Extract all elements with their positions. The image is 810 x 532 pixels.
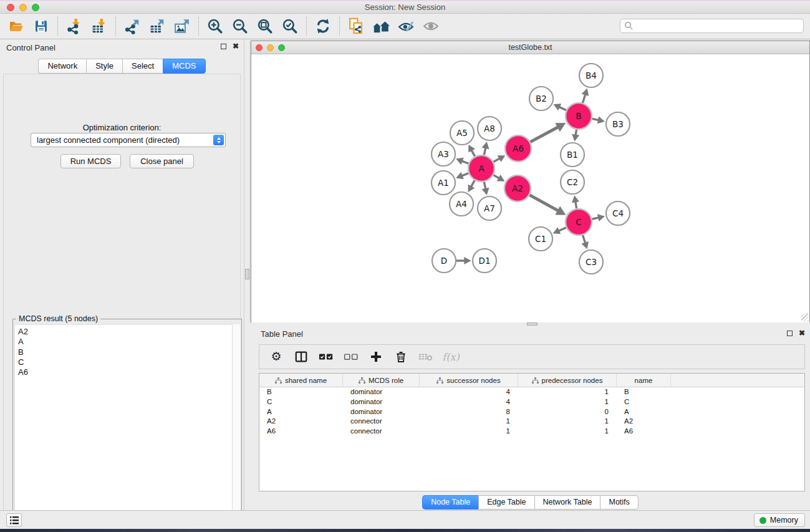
graph-edge-A2-C[interactable] xyxy=(529,195,558,211)
table-cell[interactable]: 0 xyxy=(518,407,617,417)
graph-edge-B-B4[interactable] xyxy=(582,94,585,103)
clone-network-button[interactable] xyxy=(344,16,369,37)
table-cell[interactable]: A xyxy=(617,407,671,417)
table-cell[interactable]: 4 xyxy=(420,397,518,407)
table-cell[interactable]: A2 xyxy=(259,417,343,427)
tab-mcds[interactable]: MCDS xyxy=(163,59,205,74)
table-row[interactable]: Adominator80A xyxy=(259,407,804,417)
table-cell[interactable]: connector xyxy=(343,417,420,427)
table-row[interactable]: Cdominator41C xyxy=(259,397,804,407)
first-neighbors-button[interactable] xyxy=(369,16,393,37)
close-window-button[interactable] xyxy=(7,4,14,11)
table-cell[interactable]: dominator xyxy=(343,397,420,407)
apply-function-button[interactable]: f(x) xyxy=(443,349,459,365)
close-panel-icon[interactable]: ✖ xyxy=(799,330,805,336)
column-header-name[interactable]: name xyxy=(617,374,671,387)
mcds-result-item[interactable]: C xyxy=(15,357,233,367)
graph-edge-A-A5[interactable] xyxy=(471,150,475,157)
mcds-result-item[interactable]: A xyxy=(15,337,233,347)
graph-edge-A-A6[interactable] xyxy=(493,158,499,162)
table-cell[interactable]: A6 xyxy=(259,427,343,437)
column-header-successor-nodes[interactable]: successor nodes xyxy=(420,374,518,387)
select-all-rows-button[interactable] xyxy=(318,349,334,365)
open-session-button[interactable] xyxy=(4,16,29,37)
table-cell[interactable]: A2 xyxy=(617,417,671,427)
graph-edge-A-A2[interactable] xyxy=(493,175,499,178)
table-cell[interactable]: B xyxy=(617,387,671,397)
table-cell[interactable]: dominator xyxy=(343,407,420,417)
table-cell[interactable]: dominator xyxy=(343,387,420,397)
table-cell[interactable]: 1 xyxy=(420,427,518,437)
show-hidden-button[interactable] xyxy=(418,16,443,37)
delete-table-button[interactable] xyxy=(418,349,434,365)
zoom-selected-button[interactable] xyxy=(277,16,302,37)
table-cell[interactable]: 1 xyxy=(518,417,617,427)
zoom-window-button[interactable] xyxy=(32,4,39,11)
table-row[interactable]: Bdominator41B xyxy=(259,387,804,397)
graph-edge-C-C4[interactable] xyxy=(592,218,599,219)
run-mcds-button[interactable]: Run MCDS xyxy=(60,154,121,168)
graph-edge-C-C2[interactable] xyxy=(576,201,577,208)
mcds-result-item[interactable]: A6 xyxy=(15,367,233,377)
table-cell[interactable]: 1 xyxy=(518,387,617,397)
table-cell[interactable]: A xyxy=(259,407,343,417)
graph-edge-A-A3[interactable] xyxy=(462,161,469,163)
splitter-handle[interactable] xyxy=(245,269,249,279)
mcds-result-item[interactable]: B xyxy=(15,347,233,357)
table-cell[interactable]: 1 xyxy=(518,427,617,437)
table-settings-button[interactable]: ⚙ xyxy=(268,349,284,365)
graph-edge-A-A8[interactable] xyxy=(484,148,485,155)
close-panel-icon[interactable]: ✖ xyxy=(233,43,239,49)
mcds-result-item[interactable]: A2 xyxy=(15,327,233,337)
graph-edge-B-B3[interactable] xyxy=(592,118,599,120)
graph-edge-A6-B[interactable] xyxy=(530,127,558,142)
refresh-view-button[interactable] xyxy=(311,16,335,37)
network-canvas[interactable]: B4B2BB3A5A8A6A3B1AA1C2A2A4A7C4CC1DD1C3 xyxy=(251,55,809,322)
column-header-mcds-role[interactable]: MCDS role xyxy=(343,374,420,387)
zoom-fit-button[interactable] xyxy=(253,16,277,37)
float-panel-icon[interactable] xyxy=(787,331,793,336)
export-network-button[interactable] xyxy=(120,16,145,37)
table-cell[interactable]: B xyxy=(259,387,343,397)
splitter-handle[interactable] xyxy=(527,322,538,326)
graph-edge-B-B1[interactable] xyxy=(576,130,576,135)
graph-edge-A-A7[interactable] xyxy=(484,182,485,189)
mcds-list-scrollbar[interactable] xyxy=(232,324,240,532)
tab-select[interactable]: Select xyxy=(122,59,163,74)
tab-network[interactable]: Network xyxy=(38,59,86,74)
export-table-button[interactable] xyxy=(145,16,170,37)
memory-button[interactable]: Memory xyxy=(754,513,805,527)
table-cell[interactable]: C xyxy=(259,397,343,407)
column-header-predecessor-nodes[interactable]: predecessor nodes xyxy=(518,374,617,387)
table-cell[interactable]: A6 xyxy=(617,427,671,437)
zoom-out-button[interactable] xyxy=(228,16,253,37)
table-cell[interactable]: 1 xyxy=(420,417,518,427)
table-cell[interactable]: connector xyxy=(343,427,420,437)
tab-motifs[interactable]: Motifs xyxy=(600,495,638,510)
vertical-splitter[interactable] xyxy=(244,39,251,510)
criterion-dropdown[interactable]: largest connected component (directed) xyxy=(31,133,226,147)
table-cell[interactable]: 1 xyxy=(518,397,617,407)
tab-node-table[interactable]: Node Table xyxy=(422,495,478,510)
column-header-shared-name[interactable]: shared name xyxy=(259,374,343,387)
table-cell[interactable]: 8 xyxy=(420,407,518,417)
import-network-button[interactable] xyxy=(62,16,87,37)
minimize-window-button[interactable] xyxy=(19,4,27,11)
export-image-button[interactable] xyxy=(170,16,195,37)
tab-style[interactable]: Style xyxy=(86,59,122,74)
column-visibility-button[interactable] xyxy=(293,349,309,365)
graph-edge-C-C3[interactable] xyxy=(583,235,586,243)
save-session-button[interactable] xyxy=(29,16,54,37)
table-cell[interactable]: 4 xyxy=(420,387,518,397)
graph-edge-A-A4[interactable] xyxy=(471,180,475,186)
close-panel-button[interactable]: Close panel xyxy=(130,154,194,168)
float-panel-icon[interactable] xyxy=(221,44,226,49)
search-input[interactable] xyxy=(620,19,804,33)
deselect-all-rows-button[interactable] xyxy=(343,349,359,365)
table-row[interactable]: A2connector11A2 xyxy=(259,417,804,427)
delete-rows-button[interactable] xyxy=(393,349,409,365)
tab-edge-table[interactable]: Edge Table xyxy=(478,495,534,510)
table-cell[interactable]: C xyxy=(617,397,671,407)
window-resize-handle[interactable] xyxy=(801,314,809,321)
import-table-button[interactable] xyxy=(87,16,112,37)
